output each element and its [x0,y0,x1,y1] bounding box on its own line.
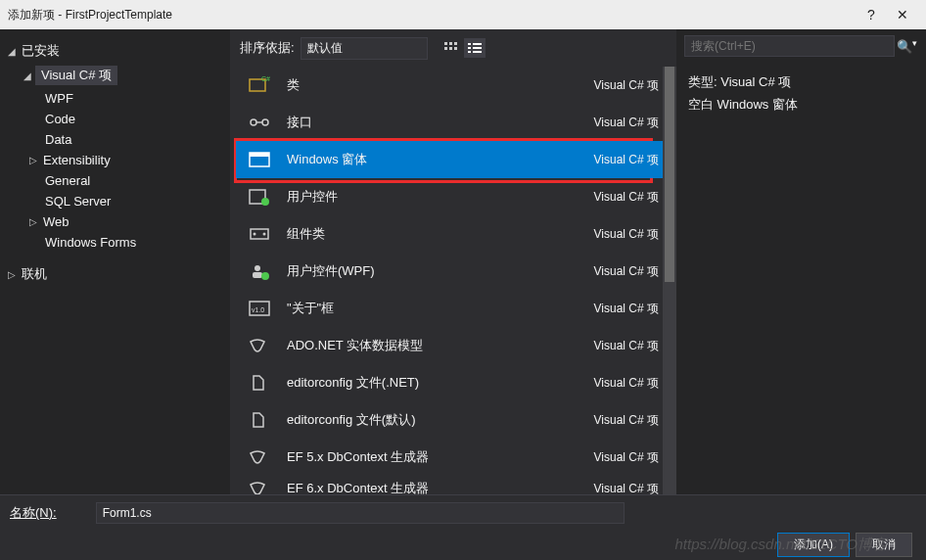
type-label: 类型: [688,74,718,89]
svg-rect-8 [468,47,471,49]
svg-rect-2 [454,42,457,45]
type-row: 类型: Visual C# 项 [688,70,914,93]
tree-item-general[interactable]: General [0,170,230,191]
scrollbar-vertical[interactable] [663,67,676,494]
search-icon[interactable]: 🔍▾ [895,39,918,54]
type-value: Visual C# 项 [720,74,791,89]
svg-rect-11 [473,51,482,53]
svg-rect-25 [253,272,262,278]
sort-dropdown[interactable]: 默认值 [301,37,428,60]
tree-item-winforms[interactable]: Windows Forms [0,232,230,253]
template-list: C# 类 Visual C# 项 接口 Visual C# 项 Windows … [230,61,676,494]
svg-rect-9 [473,47,482,49]
cancel-button[interactable]: 取消 [856,533,912,557]
sort-label: 排序依据: [240,39,295,57]
svg-point-26 [261,272,269,280]
tree-item-web[interactable]: ▷Web [0,211,230,232]
grid-icon [444,42,458,54]
template-row[interactable]: 接口 Visual C# 项 [236,104,671,141]
help-button[interactable]: ? [856,7,887,23]
name-bar: 名称(N): [0,494,926,530]
adonet-icon [246,334,273,357]
list-icon [468,42,482,54]
svg-rect-3 [444,47,447,50]
template-row[interactable]: EF 6.x DbContext 生成器 Visual C# 项 [236,476,671,494]
svg-point-24 [255,265,260,271]
description: 空白 Windows 窗体 [688,93,914,116]
tree-item-data[interactable]: Data [0,129,230,150]
svg-rect-5 [454,47,457,50]
titlebar: 添加新项 - FirstProjectTemplate ? ✕ [0,0,926,29]
about-box-icon: v1.0 [246,297,273,320]
chevron-down-icon: ◢ [8,46,20,57]
name-input[interactable] [96,502,625,524]
tree-item-extensibility[interactable]: ▷Extensibility [0,150,230,170]
template-row[interactable]: editorconfig 文件(默认) Visual C# 项 [236,401,671,439]
template-row-selected[interactable]: Windows 窗体 Visual C# 项 [236,141,671,178]
template-row[interactable]: EF 5.x DbContext 生成器 Visual C# 项 [236,439,671,476]
svg-rect-10 [468,51,471,53]
view-grid-button[interactable] [440,38,462,58]
chevron-right-icon: ▷ [29,216,41,227]
category-tree: ◢ 已安装 ◢ Visual C# 项 WPF Code Data ▷Exten… [0,29,230,494]
form-icon [246,148,273,171]
svg-point-20 [261,198,269,206]
close-button[interactable]: ✕ [887,7,918,23]
svg-text:v1.0: v1.0 [252,306,264,313]
svg-point-22 [254,233,256,236]
tree-item-code[interactable]: Code [0,109,230,129]
svg-point-14 [251,119,256,125]
svg-text:C#: C# [261,75,270,82]
tree-item-wpf[interactable]: WPF [0,88,230,109]
chevron-right-icon: ▷ [29,155,41,165]
footer: 添加(A) 取消 [0,530,926,560]
template-row[interactable]: ADO.NET 实体数据模型 Visual C# 项 [236,327,671,364]
svg-rect-18 [250,153,269,157]
template-panel: 排序依据: 默认值 ▼ C# 类 Visual C# 项 接口 [230,29,676,494]
svg-rect-1 [449,42,452,45]
template-row[interactable]: 用户控件 Visual C# 项 [236,178,671,215]
chevron-down-icon: ◢ [23,70,35,81]
svg-point-23 [263,233,266,236]
add-button[interactable]: 添加(A) [777,533,850,557]
ef5-icon [246,445,273,469]
template-row[interactable]: 组件类 Visual C# 项 [236,215,671,253]
template-row[interactable]: editorconfig 文件(.NET) Visual C# 项 [236,364,671,401]
tree-item-sqlserver[interactable]: SQL Server [0,191,230,211]
editorconfig-default-icon [246,408,273,432]
tree-online[interactable]: ▷ 联机 [0,262,230,286]
ef6-icon [246,477,273,494]
usercontrol-wpf-icon [246,259,273,283]
svg-rect-7 [473,43,482,45]
name-label: 名称(N): [10,504,57,522]
window-title: 添加新项 - FirstProjectTemplate [8,7,856,23]
component-icon [246,222,273,246]
details-panel: 🔍▾ 类型: Visual C# 项 空白 Windows 窗体 [676,29,926,494]
interface-icon [246,111,273,134]
tree-csharp[interactable]: ◢ Visual C# 项 [0,63,230,88]
editorconfig-icon [246,371,273,395]
tree-installed[interactable]: ◢ 已安装 [0,39,230,63]
template-row[interactable]: C# 类 Visual C# 项 [236,67,671,104]
svg-rect-4 [449,47,452,50]
svg-point-15 [262,119,268,125]
search-input[interactable] [684,35,895,57]
view-list-button[interactable] [464,38,486,58]
template-row[interactable]: v1.0 "关于"框 Visual C# 项 [236,290,671,327]
scrollbar-thumb[interactable] [665,67,674,282]
svg-rect-0 [444,42,447,45]
usercontrol-icon [246,185,273,209]
list-header: 排序依据: 默认值 ▼ [230,29,676,61]
chevron-right-icon: ▷ [8,269,20,280]
class-icon: C# [246,73,273,97]
svg-rect-6 [468,43,471,45]
template-row[interactable]: 用户控件(WPF) Visual C# 项 [236,253,671,290]
